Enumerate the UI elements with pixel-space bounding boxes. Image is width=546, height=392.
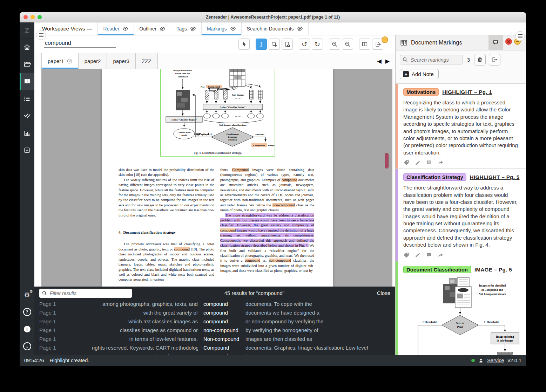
zoom-window-button[interactable] [38, 15, 42, 19]
doc-tab-zzz[interactable]: ZZZ [135, 53, 158, 69]
collapse-toolbar-badge[interactable]: − [382, 36, 388, 43]
filter-results-input[interactable] [49, 290, 129, 296]
pointer-tool-button[interactable] [238, 39, 250, 50]
gears-icon: ⚙⚙ [24, 291, 30, 298]
marking-location-link[interactable]: IMAGE – Pg. 5 [474, 267, 512, 273]
viewer-scrollbar-thumb[interactable] [385, 153, 389, 169]
eye-slash-icon[interactable] [190, 27, 196, 31]
workspace-tab-search-in-documents[interactable]: Search in Documents [241, 22, 309, 35]
collapse-left-panel-button[interactable] [36, 30, 46, 40]
zoom-in-button[interactable] [329, 39, 340, 50]
tag-icon[interactable] [403, 160, 409, 166]
two-column-icon [362, 41, 368, 47]
result-row[interactable]: Page 1among photographs, graphics, texts… [34, 300, 395, 308]
text-select-tool-button[interactable] [256, 39, 267, 50]
double-check-icon [23, 112, 31, 119]
search-markings-input[interactable] [410, 57, 460, 63]
share-icon[interactable] [438, 252, 444, 258]
svg-text:in sub-images: in sub-images [497, 339, 513, 342]
crop-tool-button[interactable] [269, 39, 280, 50]
doc-tab-paper1[interactable]: paper1 [41, 53, 79, 69]
figure-image-marking[interactable]: Image dimensions lower then the threshol… [160, 69, 275, 157]
two-column-view-button[interactable] [359, 39, 370, 50]
share-icon[interactable] [438, 160, 444, 166]
workspace-tab-outliner[interactable]: Outliner [134, 22, 171, 35]
sidebar-item-settings[interactable]: ⚙⚙ [20, 286, 34, 303]
comment-icon[interactable] [426, 252, 432, 258]
eye-slash-icon[interactable] [297, 27, 303, 31]
result-row[interactable]: Page 285 (2002) 1755–1759compoundimages … [34, 352, 395, 355]
result-row[interactable]: Page 1in terms of low-level features.Non… [34, 335, 395, 343]
page-snapshot-button[interactable] [282, 39, 293, 50]
eye-icon[interactable] [122, 27, 128, 31]
edit-pencil-icon[interactable] [415, 252, 420, 258]
redo-button[interactable]: ↻ [312, 39, 323, 50]
highlighted-term: compound [245, 259, 260, 262]
svg-text:Image dimensions: Image dimensions [173, 69, 192, 72]
workspace-tab-reader[interactable]: Reader [97, 22, 134, 35]
comments-toggle-button[interactable] [488, 35, 503, 50]
zoom-out-button[interactable] [342, 39, 353, 50]
classification-flowchart-image: Images to be classified in Compound and … [404, 276, 520, 355]
highlighted-term: non-compound [272, 203, 295, 207]
result-row[interactable]: Page 1classi!es images as compound ornon… [34, 326, 395, 335]
pdf-viewer[interactable]: Image dimensions lower then the threshol… [34, 69, 395, 287]
close-window-button[interactable] [23, 15, 28, 19]
result-row[interactable]: Page 1rights reserved. Keywords: CART me… [34, 343, 395, 352]
sidebar-item-files[interactable] [20, 56, 34, 73]
marking-card-classification-strategy[interactable]: Classification StrategyHIGHLIGHT – Pg. 5… [396, 169, 526, 261]
sidebar-item-logout[interactable]: → [20, 338, 34, 355]
marking-tag-chip[interactable]: Motivations [403, 88, 439, 96]
edit-pencil-icon[interactable] [415, 160, 420, 166]
result-row[interactable]: Page 1with the great variety ofcompoundd… [34, 308, 395, 317]
sidebar-item-reader[interactable] [20, 73, 34, 90]
result-page: Page 1 [39, 318, 92, 324]
sidebar-item-stats[interactable] [20, 124, 34, 142]
doc-tab-paper2[interactable]: paper2 [78, 53, 107, 69]
collapse-right-panel-button[interactable] [515, 31, 525, 41]
sidebar-item-add[interactable] [20, 142, 34, 159]
eye-icon[interactable] [230, 27, 236, 31]
result-row[interactable]: Page 1which !rst classi!es images ascomp… [34, 317, 395, 326]
sidebar-item-info[interactable]: i [20, 321, 34, 338]
add-note-button[interactable]: + Add Note [400, 69, 439, 79]
marking-card-document-classification[interactable]: Document ClassificationIMAGE – Pg. 5 [396, 261, 526, 355]
sidebar-item-home[interactable] [20, 39, 34, 56]
markings-panel-header: Document Markings ✕ − [396, 35, 526, 50]
undo-button[interactable]: ↺ [299, 39, 310, 50]
document-search-input[interactable] [44, 39, 116, 48]
marking-card-motivations[interactable]: MotivationsHIGHLIGHT – Pg. 1 Recognizing… [396, 84, 526, 169]
marking-location-link[interactable]: HIGHLIGHT – Pg. 5 [470, 174, 520, 180]
sidebar-item-help[interactable]: ? [20, 303, 34, 321]
delete-markings-button[interactable] [474, 54, 486, 66]
export-markings-button[interactable] [489, 54, 500, 66]
workspace-tab-markings[interactable]: Markings [201, 22, 241, 35]
results-summary: 45 results for "compound" [135, 290, 373, 296]
list-icon [23, 95, 31, 102]
close-tab-icon[interactable] [67, 59, 72, 64]
workspace-tab-tags[interactable]: Tags [171, 22, 201, 35]
prev-tab-icon[interactable]: ◀ [377, 58, 381, 64]
pdf-text: The widely differing natures of the indi… [119, 178, 214, 217]
svg-text:Classification: Classification [178, 131, 191, 133]
svg-text:lower then the: lower then the [175, 72, 190, 75]
window-title: Zenreader | AwesomeResearchProject: pape… [20, 15, 526, 20]
close-results-button[interactable]: Close [377, 290, 390, 296]
marking-tag-chip[interactable]: Classification Strategy [403, 173, 466, 181]
marking-tag-chip[interactable]: Document Classification [403, 266, 471, 273]
result-page: Page 1 [39, 310, 92, 316]
eye-slash-icon[interactable] [160, 27, 166, 31]
close-panel-badge[interactable]: ✕ [505, 38, 512, 45]
minimize-window-button[interactable] [31, 15, 35, 19]
workspace-tab-label: Reader [103, 26, 119, 32]
comment-icon[interactable] [426, 160, 432, 166]
sidebar-item-outline[interactable] [20, 90, 34, 107]
sidebar-item-tasks[interactable] [20, 107, 34, 124]
info-icon: i [24, 326, 31, 332]
doc-tab-paper3[interactable]: paper3 [107, 53, 136, 69]
marking-location-link[interactable]: HIGHLIGHT – Pg. 1 [442, 89, 492, 95]
service-link[interactable]: Service [487, 358, 504, 363]
next-tab-icon[interactable]: ▶ [385, 58, 390, 64]
svg-text:Pixel: Pixel [457, 325, 464, 329]
tag-icon[interactable] [403, 252, 409, 258]
